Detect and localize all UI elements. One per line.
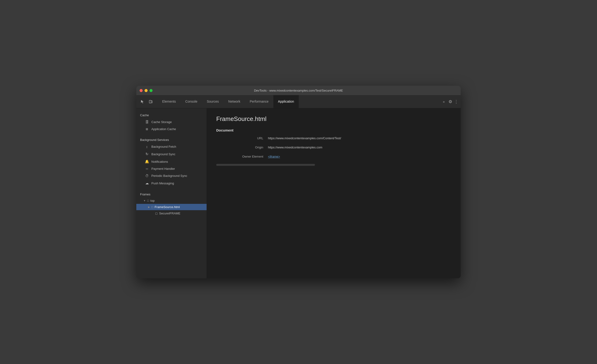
doc-value-origin: https://www.mixedcontentexamples.com	[268, 146, 322, 149]
menu-dots-icon[interactable]: ⋮	[454, 99, 458, 104]
doc-label-owner: Owner Element	[230, 155, 263, 158]
background-fetch-icon: ↕	[145, 145, 149, 149]
frames-tree-framesource[interactable]: ▶ □ FrameSource.html	[136, 204, 207, 210]
main-panel: FrameSource.html Document URL https://ww…	[207, 108, 461, 278]
folder-icon-top: □	[147, 199, 149, 202]
document-heading: Document	[216, 128, 451, 132]
background-sync-icon: ↻	[145, 152, 149, 156]
device-toggle-icon[interactable]	[147, 98, 155, 106]
doc-row-url: URL https://www.mixedcontentexamples.com…	[216, 136, 451, 140]
toolbar: Elements Console Sources Network Perform…	[136, 95, 461, 108]
tab-performance[interactable]: Performance	[245, 95, 273, 108]
doc-label-url: URL	[230, 136, 263, 140]
traffic-lights	[140, 89, 153, 92]
tab-elements[interactable]: Elements	[157, 95, 181, 108]
sidebar-item-push-messaging[interactable]: ☁ Push Messaging	[136, 179, 207, 187]
folder-icon-framesource: □	[151, 205, 153, 209]
sidebar-item-cache-storage[interactable]: 🗄 Cache Storage	[136, 118, 207, 126]
frames-tree-secureiframe[interactable]: ◻ SecureIFRAME	[136, 210, 207, 217]
document-section: Document URL https://www.mixedcontentexa…	[216, 128, 451, 158]
notifications-icon: 🔔	[145, 159, 149, 164]
doc-label-origin: Origin	[230, 146, 263, 149]
settings-icon[interactable]: ⚙	[448, 99, 452, 104]
progress-bar-hint	[216, 164, 315, 166]
doc-value-url: https://www.mixedcontentexamples.com/Con…	[268, 136, 341, 140]
page-title: FrameSource.html	[216, 115, 451, 123]
inspect-icon[interactable]	[139, 98, 146, 106]
sidebar-item-background-sync[interactable]: ↻ Background Sync	[136, 150, 207, 158]
doc-value-owner[interactable]: <iframe>	[268, 155, 280, 158]
sidebar-item-notifications[interactable]: 🔔 Notifications	[136, 158, 207, 165]
sidebar-item-payment-handler[interactable]: ▭ Payment Handler	[136, 165, 207, 172]
sidebar-section-frames: Frames	[136, 190, 207, 197]
close-button[interactable]	[140, 89, 143, 92]
sidebar-section-background-services: Background Services	[136, 136, 207, 143]
sidebar-item-application-cache[interactable]: ⊞ Application Cache	[136, 126, 207, 132]
tab-application[interactable]: Application	[273, 95, 299, 108]
window-title: DevTools - www.mixedcontentexamples.com/…	[254, 89, 343, 92]
payment-handler-icon: ▭	[145, 167, 149, 170]
application-cache-icon: ⊞	[145, 128, 149, 131]
file-icon-secureiframe: ◻	[155, 212, 158, 215]
sidebar-wrapper: Cache 🗄 Cache Storage ⊞ Application Cach…	[136, 108, 207, 278]
svg-rect-0	[149, 100, 151, 103]
main-content: Cache 🗄 Cache Storage ⊞ Application Cach…	[136, 108, 461, 278]
doc-row-origin: Origin https://www.mixedcontentexamples.…	[216, 146, 451, 149]
sidebar-section-cache: Cache	[136, 111, 207, 118]
sidebar: Cache 🗄 Cache Storage ⊞ Application Cach…	[136, 108, 207, 278]
toolbar-icons	[139, 98, 155, 106]
sidebar-item-background-fetch[interactable]: ↕ Background Fetch	[136, 143, 207, 150]
doc-row-owner: Owner Element <iframe>	[216, 155, 451, 158]
minimize-button[interactable]	[145, 89, 148, 92]
cache-storage-icon: 🗄	[145, 120, 149, 124]
push-messaging-icon: ☁	[145, 181, 149, 185]
more-tabs-button[interactable]: »	[441, 99, 447, 105]
maximize-button[interactable]	[149, 89, 153, 92]
tab-console[interactable]: Console	[181, 95, 202, 108]
tree-arrow-top: ▼	[143, 199, 146, 202]
tree-arrow-framesource: ▶	[148, 206, 150, 208]
frames-tree-top[interactable]: ▼ □ top	[136, 197, 207, 204]
toolbar-tabs: Elements Console Sources Network Perform…	[157, 95, 299, 108]
periodic-background-sync-icon: ⏱	[145, 174, 149, 178]
tab-sources[interactable]: Sources	[202, 95, 224, 108]
title-bar: DevTools - www.mixedcontentexamples.com/…	[136, 86, 461, 95]
svg-rect-1	[151, 101, 152, 103]
devtools-window: DevTools - www.mixedcontentexamples.com/…	[136, 86, 461, 278]
sidebar-item-periodic-background-sync[interactable]: ⏱ Periodic Background Sync	[136, 172, 207, 179]
tab-network[interactable]: Network	[224, 95, 245, 108]
toolbar-right: » ⚙ ⋮	[441, 99, 458, 105]
